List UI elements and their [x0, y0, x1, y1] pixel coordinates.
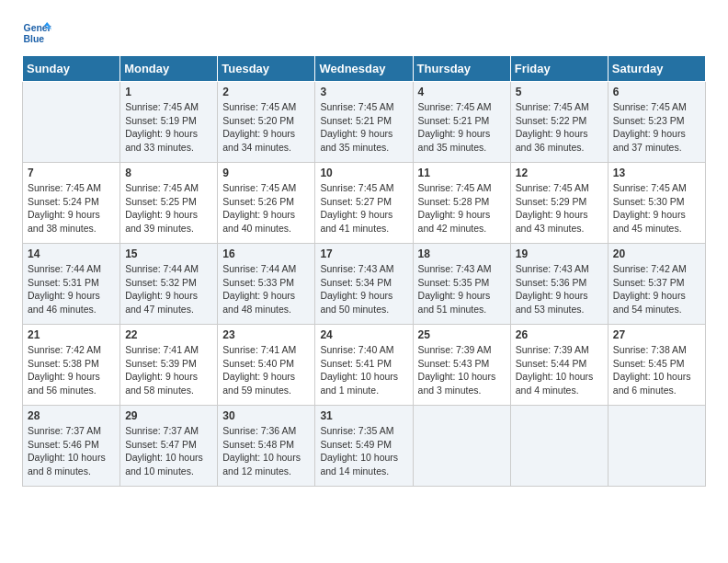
cell-content: Sunrise: 7:45 AM Sunset: 5:30 PM Dayligh…: [613, 181, 700, 236]
cell-content: Sunrise: 7:45 AM Sunset: 5:20 PM Dayligh…: [222, 100, 310, 155]
calendar-cell: 24Sunrise: 7:40 AM Sunset: 5:41 PM Dayli…: [315, 325, 413, 406]
week-row-5: 28Sunrise: 7:37 AM Sunset: 5:46 PM Dayli…: [23, 406, 706, 487]
cell-content: Sunrise: 7:40 AM Sunset: 5:41 PM Dayligh…: [320, 343, 407, 397]
cell-content: Sunrise: 7:45 AM Sunset: 5:29 PM Dayligh…: [516, 181, 603, 236]
day-number: 1: [125, 86, 212, 98]
calendar-cell: 29Sunrise: 7:37 AM Sunset: 5:47 PM Dayli…: [120, 406, 218, 487]
calendar-cell: 14Sunrise: 7:44 AM Sunset: 5:31 PM Dayli…: [23, 244, 120, 325]
day-number: 31: [320, 409, 407, 422]
calendar-cell: 1Sunrise: 7:45 AM Sunset: 5:19 PM Daylig…: [120, 82, 218, 163]
day-number: 13: [613, 167, 700, 179]
calendar-cell: 25Sunrise: 7:39 AM Sunset: 5:43 PM Dayli…: [413, 325, 510, 406]
cell-content: Sunrise: 7:44 AM Sunset: 5:32 PM Dayligh…: [125, 262, 212, 316]
day-number: 17: [320, 247, 407, 260]
calendar-table: SundayMondayTuesdayWednesdayThursdayFrid…: [22, 55, 706, 487]
cell-content: Sunrise: 7:38 AM Sunset: 5:45 PM Dayligh…: [613, 343, 700, 397]
calendar-cell: 18Sunrise: 7:43 AM Sunset: 5:35 PM Dayli…: [413, 244, 510, 325]
day-number: 19: [516, 247, 603, 260]
cell-content: Sunrise: 7:45 AM Sunset: 5:19 PM Dayligh…: [125, 100, 212, 155]
calendar-cell: 13Sunrise: 7:45 AM Sunset: 5:30 PM Dayli…: [608, 163, 705, 244]
calendar-cell: 5Sunrise: 7:45 AM Sunset: 5:22 PM Daylig…: [510, 82, 608, 163]
day-header-wednesday: Wednesday: [315, 56, 413, 82]
calendar-cell: 26Sunrise: 7:39 AM Sunset: 5:44 PM Dayli…: [510, 325, 608, 406]
calendar-cell: 30Sunrise: 7:36 AM Sunset: 5:48 PM Dayli…: [218, 406, 315, 487]
day-header-monday: Monday: [120, 56, 218, 82]
day-number: 8: [125, 167, 212, 179]
day-number: 27: [613, 328, 700, 341]
calendar-cell: 8Sunrise: 7:45 AM Sunset: 5:25 PM Daylig…: [120, 163, 218, 244]
cell-content: Sunrise: 7:39 AM Sunset: 5:44 PM Dayligh…: [516, 343, 603, 397]
cell-content: Sunrise: 7:45 AM Sunset: 5:22 PM Dayligh…: [516, 100, 603, 155]
days-header-row: SundayMondayTuesdayWednesdayThursdayFrid…: [23, 56, 706, 82]
day-number: 26: [516, 328, 603, 341]
day-header-sunday: Sunday: [23, 56, 120, 82]
cell-content: Sunrise: 7:45 AM Sunset: 5:27 PM Dayligh…: [320, 181, 407, 236]
cell-content: Sunrise: 7:37 AM Sunset: 5:46 PM Dayligh…: [28, 424, 115, 478]
day-number: 23: [222, 328, 310, 341]
cell-content: Sunrise: 7:43 AM Sunset: 5:36 PM Dayligh…: [516, 262, 603, 316]
cell-content: Sunrise: 7:39 AM Sunset: 5:43 PM Dayligh…: [418, 343, 506, 397]
day-number: 11: [418, 167, 506, 179]
day-number: 5: [516, 86, 603, 98]
week-row-2: 7Sunrise: 7:45 AM Sunset: 5:24 PM Daylig…: [23, 163, 706, 244]
cell-content: Sunrise: 7:45 AM Sunset: 5:26 PM Dayligh…: [222, 181, 310, 236]
day-number: 4: [418, 86, 506, 98]
calendar-cell: 16Sunrise: 7:44 AM Sunset: 5:33 PM Dayli…: [218, 244, 315, 325]
cell-content: Sunrise: 7:42 AM Sunset: 5:38 PM Dayligh…: [28, 343, 115, 397]
calendar-cell: 21Sunrise: 7:42 AM Sunset: 5:38 PM Dayli…: [23, 325, 120, 406]
day-number: 21: [28, 328, 115, 341]
day-number: 7: [28, 167, 115, 179]
day-number: 16: [222, 247, 310, 260]
day-number: 29: [125, 409, 212, 422]
day-number: 25: [418, 328, 506, 341]
calendar-cell: [413, 406, 510, 487]
calendar-cell: 22Sunrise: 7:41 AM Sunset: 5:39 PM Dayli…: [120, 325, 218, 406]
cell-content: Sunrise: 7:43 AM Sunset: 5:35 PM Dayligh…: [418, 262, 506, 316]
calendar-cell: 11Sunrise: 7:45 AM Sunset: 5:28 PM Dayli…: [413, 163, 510, 244]
calendar-cell: 17Sunrise: 7:43 AM Sunset: 5:34 PM Dayli…: [315, 244, 413, 325]
day-number: 9: [222, 167, 310, 179]
calendar-cell: [608, 406, 705, 487]
week-row-4: 21Sunrise: 7:42 AM Sunset: 5:38 PM Dayli…: [23, 325, 706, 406]
cell-content: Sunrise: 7:41 AM Sunset: 5:39 PM Dayligh…: [125, 343, 212, 397]
day-number: 30: [222, 409, 310, 422]
day-number: 6: [613, 86, 700, 98]
cell-content: Sunrise: 7:35 AM Sunset: 5:49 PM Dayligh…: [320, 424, 407, 478]
logo-icon: General Blue: [22, 18, 51, 48]
calendar-cell: 3Sunrise: 7:45 AM Sunset: 5:21 PM Daylig…: [315, 82, 413, 163]
calendar-cell: 20Sunrise: 7:42 AM Sunset: 5:37 PM Dayli…: [608, 244, 705, 325]
cell-content: Sunrise: 7:45 AM Sunset: 5:28 PM Dayligh…: [418, 181, 506, 236]
calendar-cell: 23Sunrise: 7:41 AM Sunset: 5:40 PM Dayli…: [218, 325, 315, 406]
cell-content: Sunrise: 7:43 AM Sunset: 5:34 PM Dayligh…: [320, 262, 407, 316]
calendar-cell: [23, 82, 120, 163]
cell-content: Sunrise: 7:45 AM Sunset: 5:23 PM Dayligh…: [613, 100, 700, 155]
week-row-1: 1Sunrise: 7:45 AM Sunset: 5:19 PM Daylig…: [23, 82, 706, 163]
day-number: 20: [613, 247, 700, 260]
calendar-cell: 4Sunrise: 7:45 AM Sunset: 5:21 PM Daylig…: [413, 82, 510, 163]
day-number: 14: [28, 247, 115, 260]
day-number: 10: [320, 167, 407, 179]
calendar-cell: 6Sunrise: 7:45 AM Sunset: 5:23 PM Daylig…: [608, 82, 705, 163]
calendar-cell: 31Sunrise: 7:35 AM Sunset: 5:49 PM Dayli…: [315, 406, 413, 487]
cell-content: Sunrise: 7:44 AM Sunset: 5:31 PM Dayligh…: [28, 262, 115, 316]
cell-content: Sunrise: 7:41 AM Sunset: 5:40 PM Dayligh…: [222, 343, 310, 397]
day-number: 22: [125, 328, 212, 341]
logo: General Blue: [22, 18, 55, 48]
svg-text:Blue: Blue: [24, 34, 45, 44]
day-header-saturday: Saturday: [608, 56, 705, 82]
day-number: 2: [222, 86, 310, 98]
calendar-cell: 15Sunrise: 7:44 AM Sunset: 5:32 PM Dayli…: [120, 244, 218, 325]
calendar-cell: [510, 406, 608, 487]
cell-content: Sunrise: 7:36 AM Sunset: 5:48 PM Dayligh…: [222, 424, 310, 478]
day-number: 24: [320, 328, 407, 341]
calendar-cell: 10Sunrise: 7:45 AM Sunset: 5:27 PM Dayli…: [315, 163, 413, 244]
day-number: 12: [516, 167, 603, 179]
cell-content: Sunrise: 7:45 AM Sunset: 5:21 PM Dayligh…: [418, 100, 506, 155]
calendar-cell: 19Sunrise: 7:43 AM Sunset: 5:36 PM Dayli…: [510, 244, 608, 325]
day-header-friday: Friday: [510, 56, 608, 82]
day-number: 3: [320, 86, 407, 98]
day-header-tuesday: Tuesday: [218, 56, 315, 82]
cell-content: Sunrise: 7:45 AM Sunset: 5:21 PM Dayligh…: [320, 100, 407, 155]
cell-content: Sunrise: 7:45 AM Sunset: 5:24 PM Dayligh…: [28, 181, 115, 236]
calendar-cell: 7Sunrise: 7:45 AM Sunset: 5:24 PM Daylig…: [23, 163, 120, 244]
